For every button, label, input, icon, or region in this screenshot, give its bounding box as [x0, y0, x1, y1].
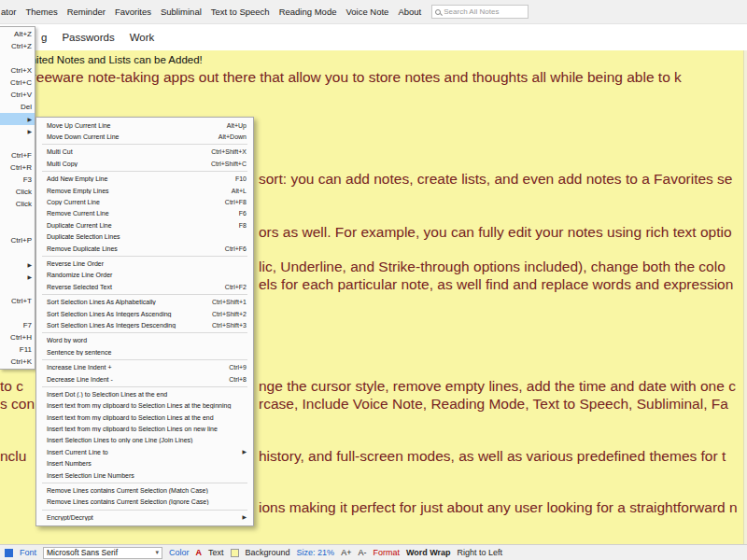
- context-menu-row[interactable]: Ctrl+P: [0, 234, 35, 246]
- tab-work[interactable]: Work: [130, 32, 155, 43]
- menu-item-insert-selection-line-numbers[interactable]: Insert Selection Line Numbers: [36, 469, 253, 481]
- context-menu-row[interactable]: F11: [0, 343, 35, 356]
- context-menu-row[interactable]: Click: [0, 186, 35, 198]
- context-menu-row[interactable]: Ctrl+R: [0, 161, 35, 174]
- menu-item-copy-current-line[interactable]: Copy Current LineCtrl+F8: [36, 196, 253, 207]
- menu-item-insert-current-line-to[interactable]: Insert Current Line to▶: [36, 446, 253, 457]
- menu-item-sort-selection-lines-as-alphabetically[interactable]: Sort Selection Lines As AlphabeticallyCt…: [36, 296, 253, 307]
- context-menu-row[interactable]: Ctrl+T: [0, 295, 35, 307]
- shortcut-label: F6: [239, 210, 247, 217]
- context-menu-row[interactable]: [0, 210, 35, 222]
- menu-reading-mode[interactable]: Reading Mode: [275, 7, 342, 17]
- context-menu-row[interactable]: ▶: [0, 259, 35, 271]
- menu-item-randomize-line-order[interactable]: Randomize Line Order: [36, 270, 253, 281]
- font-family-select[interactable]: Microsoft Sans Serif ▾: [43, 547, 162, 559]
- menu-item-remove-empty-lines[interactable]: Remove Empty LinesAlt+L: [36, 185, 253, 196]
- context-menu-row[interactable]: F7: [0, 319, 35, 331]
- context-menu-row[interactable]: ▶: [0, 271, 35, 283]
- search-box[interactable]: [431, 5, 529, 19]
- menu-item-remove-lines-contains-current-selection-match-case[interactable]: Remove Lines contains Current Selection …: [36, 484, 253, 496]
- menu-item-insert-selection-lines-to-only-one-line-join-lines[interactable]: Insert Selection Lines to only one Line …: [36, 435, 253, 446]
- menu-item-insert-text-from-my-clipboard-to-selection-lines-at-the-end[interactable]: Insert text from my clipboard to Selecti…: [36, 412, 253, 423]
- tab-passwords[interactable]: Passwords: [62, 32, 114, 43]
- shortcut-label: Ctrl+F8: [225, 199, 247, 205]
- context-menu-row[interactable]: ▶: [0, 125, 35, 137]
- shortcut-label: Ctrl+V: [11, 91, 32, 99]
- menu-item-duplicate-selection-lines[interactable]: Duplicate Selection Lines: [36, 231, 253, 243]
- word-wrap-toggle[interactable]: Word Wrap: [406, 548, 451, 557]
- menu-item-label: Remove Duplicate Lines: [47, 245, 218, 252]
- menu-item-reverse-line-order[interactable]: Reverse Line Order: [36, 258, 253, 269]
- menu-item-multi-cut[interactable]: Multi CutCtrl+Shift+X: [36, 147, 253, 158]
- menu-item-sentence-by-sentence[interactable]: Sentence by sentence: [36, 346, 253, 357]
- format-button[interactable]: Format: [373, 548, 400, 557]
- context-menu-row[interactable]: Click: [0, 198, 35, 210]
- font-decrease-button[interactable]: A-: [358, 548, 366, 557]
- menu-item-insert-dot-to-selection-lines-at-the-end[interactable]: Insert Dot (.) to Selection Lines at the…: [36, 388, 253, 399]
- menu-ator[interactable]: ator: [0, 7, 21, 17]
- menu-item-insert-text-from-my-clipboard-to-selection-lines-on-new-line[interactable]: Insert text from my clipboard to Selecti…: [36, 423, 253, 434]
- context-menu-row[interactable]: Ctrl+V: [0, 89, 35, 101]
- context-menu-row[interactable]: Alt+Z: [0, 28, 35, 40]
- notes-app-window: atorThemesReminderFavoritesSubliminalTex…: [0, 0, 747, 560]
- rtl-toggle[interactable]: Right to Left: [458, 548, 503, 557]
- submenu-arrow-icon: ▶: [27, 117, 32, 122]
- menu-themes[interactable]: Themes: [21, 7, 62, 17]
- menu-item-remove-current-line[interactable]: Remove Current LineF6: [36, 208, 253, 219]
- tab-g[interactable]: g: [41, 32, 47, 43]
- menu-item-label: Move Down Current Line: [47, 133, 211, 140]
- context-menu-row[interactable]: Ctrl+K: [0, 356, 35, 368]
- context-menu-row[interactable]: [0, 137, 35, 149]
- context-menu-row[interactable]: ▶: [0, 113, 35, 125]
- menu-item-sort-selection-lines-as-integers-descending[interactable]: Sort Selection Lines As Integers Descend…: [36, 319, 253, 330]
- context-menu-row[interactable]: Ctrl+Z: [0, 40, 35, 52]
- context-menu-row[interactable]: Del: [0, 101, 35, 113]
- menu-item-insert-text-from-my-clipboard-to-selection-lines-at-the-beginning[interactable]: Insert text from my clipboard to Selecti…: [36, 400, 253, 412]
- context-menu-row[interactable]: [0, 283, 35, 295]
- context-menu-row[interactable]: Ctrl+C: [0, 77, 35, 89]
- menu-item-multi-copy[interactable]: Multi CopyCtrl+Shift+C: [36, 158, 253, 169]
- menu-item-insert-numbers[interactable]: Insert Numbers: [36, 458, 253, 469]
- menu-reminder[interactable]: Reminder: [63, 7, 110, 17]
- menu-item-label: Duplicate Current Line: [47, 222, 232, 229]
- menu-item-reverse-selected-text[interactable]: Reverse Selected TextCtrl+F2: [36, 281, 253, 292]
- menu-item-duplicate-current-line[interactable]: Duplicate Current LineF8: [36, 219, 253, 231]
- menu-favorites[interactable]: Favorites: [110, 7, 156, 17]
- menu-item-encrypt-decrypt[interactable]: Encrypt/Decrypt▶: [36, 511, 253, 523]
- tabbar: gPasswordsWork: [0, 24, 747, 50]
- context-menu-row[interactable]: Ctrl+X: [0, 64, 35, 77]
- font-icon: [5, 549, 13, 557]
- scrollbar[interactable]: [743, 50, 747, 544]
- background-color-button[interactable]: Background: [246, 548, 290, 557]
- menu-item-label: Remove Empty Lines: [47, 188, 224, 194]
- menu-item-sort-selection-lines-as-integers-ascending[interactable]: Sort Selection Lines As Integers Ascendi…: [36, 308, 253, 319]
- context-menu-row[interactable]: Ctrl+H: [0, 331, 35, 343]
- menu-subliminal[interactable]: Subliminal: [156, 7, 206, 17]
- submenu-arrow-icon: ▶: [27, 262, 32, 268]
- context-menu-row[interactable]: [0, 307, 35, 319]
- context-menu-row[interactable]: [0, 246, 35, 259]
- context-menu-row[interactable]: [0, 52, 35, 64]
- menu-about[interactable]: About: [393, 7, 426, 17]
- context-menu-row[interactable]: F3: [0, 174, 35, 186]
- menu-item-remove-duplicate-lines[interactable]: Remove Duplicate LinesCtrl+F6: [36, 243, 253, 254]
- menu-item-label: Sentence by sentence: [47, 349, 239, 356]
- menu-separator: [42, 144, 247, 145]
- shortcut-label: Ctrl+Z: [11, 42, 32, 50]
- menu-item-move-down-current-line[interactable]: Move Down Current LineAlt+Down: [36, 131, 253, 142]
- menu-item-decrease-line-indent[interactable]: Decrease Line Indent -Ctrl+8: [36, 373, 253, 385]
- font-increase-button[interactable]: A+: [341, 548, 351, 557]
- menu-voice-note[interactable]: Voice Note: [341, 7, 393, 17]
- text-color-button[interactable]: Text: [208, 548, 224, 557]
- context-menu-row[interactable]: Ctrl+F: [0, 149, 35, 161]
- search-input[interactable]: [444, 7, 525, 16]
- menu-item-remove-lines-contains-current-selection-ignore-case[interactable]: Remove Lines contains Current Selection …: [36, 497, 253, 508]
- menu-text-to-speech[interactable]: Text to Speech: [206, 7, 275, 17]
- menu-item-add-new-empty-line[interactable]: Add New Empty LineF10: [36, 174, 253, 185]
- menu-item-move-up-current-line[interactable]: Move Up Current LineAlt+Up: [36, 119, 253, 131]
- menu-item-word-by-word[interactable]: Word by word: [36, 335, 253, 346]
- color-label[interactable]: Color: [169, 548, 190, 557]
- context-menu-row[interactable]: [0, 222, 35, 234]
- menu-item-increase-line-indent[interactable]: Increase Line Indent +Ctrl+9: [36, 361, 253, 372]
- menu-item-label: Encrypt/Decrypt: [47, 514, 230, 521]
